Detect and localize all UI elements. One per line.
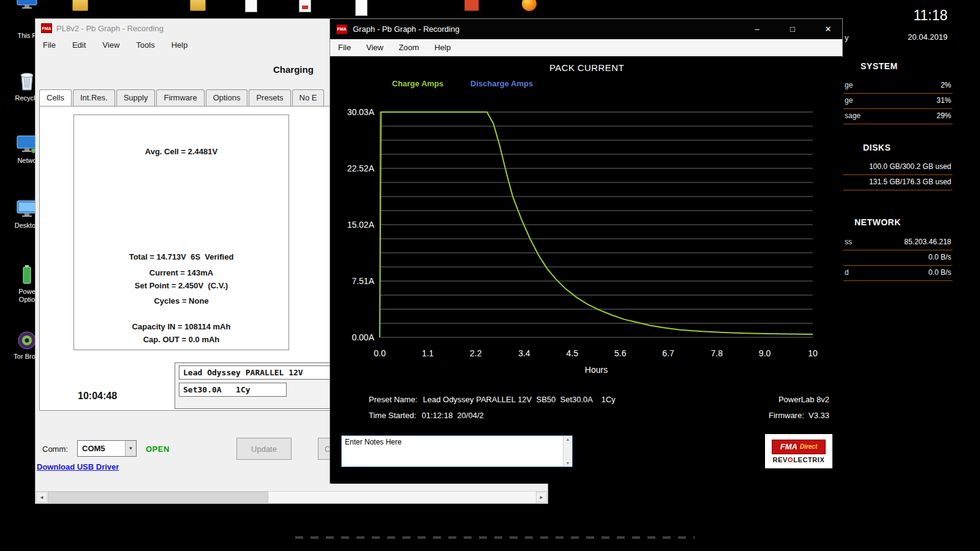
svg-text:15.02A: 15.02A	[347, 220, 375, 230]
scroll-right-icon[interactable]: ►	[536, 492, 547, 503]
comm-port-select[interactable]: COM5 ▼	[77, 440, 137, 457]
preset-name-value: Lead Odyssey PARALLEL 12V SB50 Set30.0A …	[423, 395, 615, 404]
svg-text:10: 10	[808, 348, 818, 358]
window-controls: – □ ✕	[736, 19, 842, 39]
menu-edit[interactable]: Edit	[72, 40, 86, 50]
browser-icon[interactable]	[522, 0, 537, 11]
date: 20.04.2019	[908, 32, 948, 42]
window-title: PL8v2 - Pb Graph - Recording	[56, 24, 164, 33]
folder-icon[interactable]	[72, 0, 88, 11]
system-row: ge 31%	[843, 94, 952, 109]
scrollbar-thumb[interactable]	[48, 492, 268, 503]
tab-cells[interactable]: Cells	[39, 89, 72, 106]
menu-help[interactable]: Help	[434, 43, 451, 52]
scroll-left-icon[interactable]: ◄	[36, 492, 47, 503]
disk-row: 100.0 GB/300.2 GB used	[843, 160, 952, 175]
svg-text:2.2: 2.2	[470, 348, 482, 358]
document-icon[interactable]	[299, 0, 311, 12]
preset-settings-row: Set30.0A 1Cy	[179, 383, 287, 397]
tab-bar: Cells Int.Res. Supply Firmware Options P…	[39, 89, 325, 106]
svg-text:6.7: 6.7	[662, 348, 674, 358]
firmware-info: Firmware: V3.33	[769, 411, 829, 420]
menu-zoom[interactable]: Zoom	[399, 43, 419, 52]
logo-direct-text: Direct	[800, 443, 817, 450]
preset-name-label: Preset Name:	[369, 395, 417, 404]
system-row: sage 29%	[843, 109, 952, 124]
cell-info-box: Avg. Cell = 2.4481V Total = 14.713V 6S V…	[74, 114, 289, 350]
graph-window: FMA Graph - Pb Graph - Recording – □ ✕ F…	[330, 18, 843, 484]
disks-section-title: DISKS	[863, 143, 891, 152]
recycle-bin-icon	[18, 70, 36, 92]
document-icon[interactable]	[355, 0, 368, 16]
pack-current-chart: 30.03A22.52A15.02A7.51A0.00A0.01.12.23.4…	[331, 57, 843, 375]
status-heading: Charging	[273, 64, 314, 75]
comm-status: OPEN	[146, 444, 170, 454]
fma-direct-badge: FMA Direct	[772, 440, 826, 454]
app-icon-fma: FMA	[336, 24, 347, 34]
tab-no-e[interactable]: No E	[292, 89, 325, 106]
svg-text:3.4: 3.4	[518, 348, 530, 358]
cycles-value: Cycles = None	[74, 296, 288, 305]
system-rows: ge 2% ge 31% sage 29%	[843, 78, 952, 124]
disk-rows: 100.0 GB/300.2 GB used 131.5 GB/176.3 GB…	[843, 160, 952, 190]
tab-int-res[interactable]: Int.Res.	[73, 89, 115, 106]
tab-presets[interactable]: Presets	[249, 89, 290, 106]
svg-text:4.5: 4.5	[567, 348, 579, 358]
close-icon[interactable]: ✕	[814, 19, 842, 39]
svg-text:7.8: 7.8	[710, 348, 723, 358]
system-row: ge 2%	[843, 78, 952, 94]
total-voltage: Total = 14.713V 6S Verified	[74, 252, 288, 261]
logo-fma-text: FMA	[780, 442, 797, 451]
preset-info-line: Preset Name: Lead Odyssey PARALLEL 12V S…	[331, 395, 843, 404]
menu-file[interactable]: File	[338, 43, 351, 52]
firmware-label: Firmware:	[769, 411, 804, 420]
time-info-line: Time Started: 01:12:18 20/04/2 Firmware:…	[331, 411, 843, 420]
app-icon-fma: FMA	[41, 23, 52, 33]
notes-box: Enter Notes Here ▲ ▼	[341, 435, 573, 467]
tab-supply[interactable]: Supply	[116, 89, 156, 106]
svg-text:0.00A: 0.00A	[352, 332, 374, 342]
maximize-icon[interactable]: □	[778, 19, 807, 39]
system-monitor-widget: 11:18 y 20.04.2019 SYSTEM ge 2% ge 31% s…	[843, 5, 952, 287]
graph-titlebar[interactable]: FMA Graph - Pb Graph - Recording – □ ✕	[330, 19, 842, 39]
network-row: ss 85.203.46.218	[843, 235, 952, 250]
elapsed-time: 10:04:48	[78, 391, 117, 402]
window-title: Graph - Pb Graph - Recording	[353, 24, 730, 34]
set-point-value: Set Point = 2.450V (C.V.)	[74, 281, 288, 290]
document-icon[interactable]	[245, 0, 257, 12]
network-row: 0.0 B/s	[843, 250, 952, 266]
update-button[interactable]: Update	[236, 438, 292, 460]
minimize-icon[interactable]: –	[743, 19, 771, 39]
svg-text:1.1: 1.1	[422, 348, 434, 358]
fma-direct-logo: FMA Direct REVOLECTRIX	[765, 434, 832, 468]
comm-port-value: COM5	[78, 444, 125, 453]
menu-help[interactable]: Help	[172, 40, 188, 50]
menu-view[interactable]: View	[102, 40, 119, 50]
time-started-value: 01:12:18 20/04/2	[422, 411, 484, 420]
tab-firmware[interactable]: Firmware	[156, 89, 204, 106]
svg-text:9.0: 9.0	[759, 348, 771, 358]
svg-text:5.6: 5.6	[614, 348, 627, 358]
svg-text:Hours: Hours	[585, 365, 608, 375]
graph-menubar: File View Zoom Help	[330, 39, 842, 56]
svg-text:30.03A: 30.03A	[347, 107, 375, 117]
horizontal-scrollbar[interactable]: ◄ ►	[36, 491, 547, 502]
network-rows: ss 85.203.46.218 0.0 B/s d 0.0 B/s	[843, 235, 952, 281]
folder-icon[interactable]	[190, 0, 206, 11]
tab-options[interactable]: Options	[206, 89, 248, 106]
download-usb-driver-link[interactable]: Download USB Driver	[37, 462, 119, 471]
current-value: Current = 143mA	[74, 268, 288, 277]
comm-label: Comm:	[42, 444, 68, 454]
scroll-down-icon[interactable]: ▼	[566, 461, 570, 465]
chevron-down-icon[interactable]: ▼	[125, 441, 136, 456]
menu-view[interactable]: View	[366, 43, 383, 52]
app-icon-red[interactable]	[464, 0, 479, 11]
notes-input[interactable]: Enter Notes Here	[342, 436, 572, 467]
scroll-up-icon[interactable]: ▲	[566, 437, 570, 441]
disk-row: 131.5 GB/176.3 GB used	[843, 175, 952, 190]
menu-file[interactable]: File	[43, 40, 56, 50]
network-row: d 0.0 B/s	[843, 266, 952, 281]
device-name: PowerLab 8v2	[778, 395, 829, 404]
menu-tools[interactable]: Tools	[136, 40, 154, 50]
notes-scrollbar[interactable]: ▲ ▼	[563, 436, 572, 467]
